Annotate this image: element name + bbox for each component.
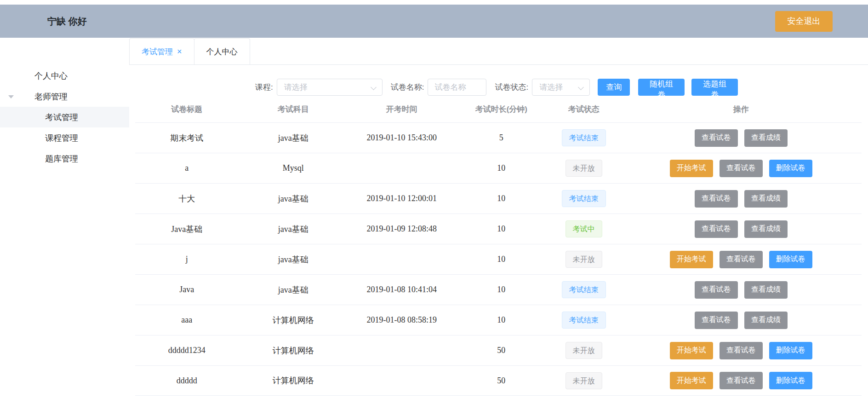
delete-paper-button[interactable]: 删除试卷 bbox=[769, 342, 812, 359]
start-exam-button[interactable]: 开始考试 bbox=[670, 342, 713, 359]
cell-exam-subject: java基础 bbox=[238, 193, 348, 204]
cell-paper-title: ddddd bbox=[135, 376, 238, 386]
filter-bar: 课程: 请选择 试卷名称: 试卷状态: 请选择 查询 随机组卷 选题组卷 bbox=[129, 79, 868, 96]
sidebar: 个人中心 老师管理 考试管理 课程管理 题库管理 bbox=[0, 38, 129, 416]
delete-paper-button[interactable]: 删除试卷 bbox=[769, 251, 812, 268]
cell-start-time-text: 2019-01-10 15:43:00 bbox=[367, 133, 437, 142]
cell-start-time: 2019-01-10 15:43:00 bbox=[348, 133, 456, 143]
cell-duration: 10 bbox=[456, 315, 547, 325]
table-row: ddddd1234计算机网络50未开放开始考试查看试卷删除试卷 bbox=[135, 335, 862, 365]
tab-exam-management[interactable]: 考试管理 × bbox=[129, 38, 194, 64]
cell-duration-text: 50 bbox=[497, 346, 505, 355]
cell-paper-title: a bbox=[135, 163, 238, 173]
view-paper-button[interactable]: 查看试卷 bbox=[720, 372, 763, 389]
cell-start-time: 2019-01-09 12:08:48 bbox=[348, 224, 456, 234]
close-icon[interactable]: × bbox=[177, 47, 182, 56]
view-paper-button[interactable]: 查看试卷 bbox=[695, 129, 738, 147]
sidebar-item-course-management[interactable]: 课程管理 bbox=[0, 127, 129, 148]
cell-start-time-text: 2019-01-08 08:58:19 bbox=[367, 315, 437, 324]
cell-paper-title-text: j bbox=[186, 254, 188, 264]
view-paper-button[interactable]: 查看试卷 bbox=[720, 251, 763, 268]
sidebar-item-exam-management[interactable]: 考试管理 bbox=[0, 107, 129, 127]
sidebar-item-label: 老师管理 bbox=[34, 91, 68, 102]
sidebar-item-question-bank-management[interactable]: 题库管理 bbox=[0, 148, 129, 169]
table-row: jjava基础10未开放开始考试查看试卷删除试卷 bbox=[135, 244, 862, 274]
start-exam-button[interactable]: 开始考试 bbox=[670, 372, 713, 389]
view-paper-button[interactable]: 查看试卷 bbox=[695, 281, 738, 299]
chevron-down-icon bbox=[371, 84, 377, 90]
cell-duration: 10 bbox=[456, 224, 547, 234]
cell-operations: 开始考试查看试卷删除试卷 bbox=[620, 342, 862, 359]
cell-exam-subject-text: java基础 bbox=[278, 285, 308, 295]
cell-duration: 10 bbox=[456, 163, 547, 173]
view-score-button[interactable]: 查看成绩 bbox=[744, 220, 788, 238]
cell-duration: 10 bbox=[456, 285, 547, 295]
view-paper-button[interactable]: 查看试卷 bbox=[720, 160, 763, 177]
status-badge: 未开放 bbox=[565, 342, 602, 359]
paper-status-select[interactable]: 请选择 bbox=[532, 79, 590, 96]
table-row: aMysql10未开放开始考试查看试卷删除试卷 bbox=[135, 153, 862, 183]
cell-operations: 查看试卷查看成绩 bbox=[620, 190, 862, 208]
tab-personal-center[interactable]: 个人中心 bbox=[194, 38, 250, 64]
view-paper-button[interactable]: 查看试卷 bbox=[695, 220, 738, 238]
cell-duration-text: 10 bbox=[497, 285, 505, 294]
user-greeting: 宁缺 你好 bbox=[47, 15, 87, 28]
paper-status-placeholder: 请选择 bbox=[539, 82, 563, 92]
delete-paper-button[interactable]: 删除试卷 bbox=[769, 372, 812, 389]
status-badge: 考试结束 bbox=[562, 281, 606, 298]
status-badge: 考试结束 bbox=[562, 129, 606, 146]
view-paper-button[interactable]: 查看试卷 bbox=[720, 342, 763, 359]
cell-exam-subject: 计算机网络 bbox=[238, 375, 348, 386]
cell-start-time: 2019-01-08 10:41:04 bbox=[348, 285, 456, 295]
view-score-button[interactable]: 查看成绩 bbox=[744, 129, 788, 147]
sidebar-item-label: 个人中心 bbox=[34, 70, 68, 81]
query-button[interactable]: 查询 bbox=[598, 79, 630, 96]
cell-exam-subject: Mysql bbox=[238, 163, 348, 173]
column-header-start-time: 开考时间 bbox=[348, 104, 456, 115]
cell-exam-status: 未开放 bbox=[547, 251, 621, 268]
course-select[interactable]: 请选择 bbox=[277, 79, 383, 96]
cell-start-time: 2019-01-10 12:00:01 bbox=[348, 194, 456, 203]
view-score-button[interactable]: 查看成绩 bbox=[744, 281, 788, 299]
view-score-button[interactable]: 查看成绩 bbox=[744, 190, 788, 208]
cell-exam-status: 未开放 bbox=[547, 160, 621, 177]
cell-duration-text: 10 bbox=[497, 315, 505, 324]
paper-name-label: 试卷名称: bbox=[391, 82, 424, 92]
cell-paper-title: aaa bbox=[135, 315, 238, 325]
table-header-row: 试卷标题 考试科目 开考时间 考试时长(分钟) 考试状态 操作 bbox=[135, 96, 862, 122]
cell-exam-status: 未开放 bbox=[547, 372, 621, 389]
tab-label: 考试管理 bbox=[142, 46, 173, 57]
pick-question-build-paper-button[interactable]: 选题组卷 bbox=[691, 79, 738, 96]
column-header-exam-status: 考试状态 bbox=[547, 104, 621, 115]
logout-button[interactable]: 安全退出 bbox=[775, 11, 833, 32]
cell-paper-title-text: ddddd bbox=[177, 376, 197, 385]
view-paper-button[interactable]: 查看试卷 bbox=[695, 190, 738, 208]
view-paper-button[interactable]: 查看试卷 bbox=[695, 312, 738, 329]
cell-duration-text: 5 bbox=[499, 133, 503, 142]
cell-paper-title-text: aaa bbox=[181, 315, 192, 324]
start-exam-button[interactable]: 开始考试 bbox=[670, 160, 713, 177]
cell-exam-subject-text: 计算机网络 bbox=[273, 346, 314, 355]
table-row: Java基础java基础2019-01-09 12:08:4810考试中查看试卷… bbox=[135, 214, 862, 244]
cell-exam-subject-text: java基础 bbox=[278, 133, 308, 143]
cell-paper-title-text: Java bbox=[179, 285, 194, 294]
sidebar-item-label: 考试管理 bbox=[45, 112, 78, 123]
cell-exam-subject-text: Mysql bbox=[283, 163, 304, 173]
cell-exam-status: 考试结束 bbox=[547, 312, 621, 329]
cell-duration-text: 10 bbox=[497, 194, 505, 203]
random-build-paper-button[interactable]: 随机组卷 bbox=[638, 79, 685, 96]
caret-down-icon bbox=[8, 95, 14, 98]
cell-exam-status: 考试结束 bbox=[547, 281, 621, 298]
status-badge: 考试结束 bbox=[562, 312, 606, 329]
cell-paper-title: 十大 bbox=[135, 193, 238, 204]
sidebar-item-teacher-management[interactable]: 老师管理 bbox=[0, 86, 129, 107]
cell-operations: 查看试卷查看成绩 bbox=[620, 129, 862, 147]
view-score-button[interactable]: 查看成绩 bbox=[744, 312, 788, 329]
cell-exam-subject: java基础 bbox=[238, 224, 348, 235]
delete-paper-button[interactable]: 删除试卷 bbox=[769, 160, 812, 177]
top-header-bar: 宁缺 你好 安全退出 bbox=[0, 5, 868, 38]
status-badge: 未开放 bbox=[565, 251, 602, 268]
start-exam-button[interactable]: 开始考试 bbox=[670, 251, 713, 268]
sidebar-item-personal-center[interactable]: 个人中心 bbox=[0, 65, 129, 86]
paper-name-input[interactable] bbox=[428, 79, 486, 96]
